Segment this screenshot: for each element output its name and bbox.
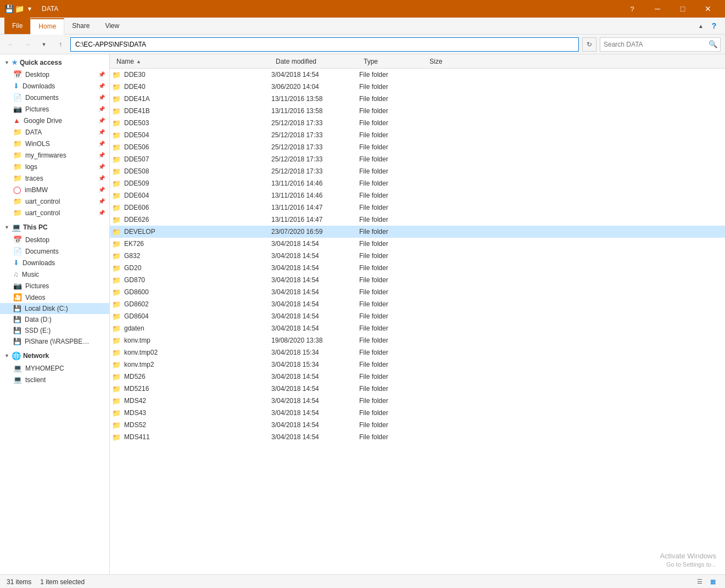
- table-row[interactable]: 📁 GD8602 3/04/2018 14:54 File folder: [110, 298, 725, 310]
- table-row[interactable]: 📁 DDE509 13/11/2016 14:46 File folder: [110, 177, 725, 189]
- col-type-label: Type: [364, 58, 378, 65]
- sidebar-item-tsclient[interactable]: 💻 tsclient: [0, 374, 109, 385]
- up-button[interactable]: ↑: [54, 38, 67, 51]
- file-name: DDE626: [124, 216, 149, 223]
- table-row[interactable]: 📁 konv.tmp 19/08/2020 13:38 File folder: [110, 334, 725, 346]
- sidebar-item-data-qa[interactable]: 📁 DATA 📌: [0, 126, 109, 138]
- table-row[interactable]: 📁 konv.tmp2 3/04/2018 15:34 File folder: [110, 359, 725, 371]
- file-name: DDE509: [124, 180, 149, 187]
- table-row[interactable]: 📁 G832 3/04/2018 14:54 File folder: [110, 250, 725, 262]
- close-button[interactable]: ✕: [695, 0, 721, 18]
- sidebar-item-logs-qa[interactable]: 📁 logs 📌: [0, 161, 109, 172]
- sidebar-item-downloads-pc[interactable]: ⬇ Downloads: [0, 257, 109, 268]
- table-row[interactable]: 📁 DDE503 25/12/2018 17:33 File folder: [110, 117, 725, 129]
- tab-file[interactable]: File: [4, 18, 30, 34]
- table-row[interactable]: 📁 MDS43 3/04/2018 14:54 File folder: [110, 407, 725, 419]
- sidebar-item-downloads-qa[interactable]: ⬇ Downloads 📌: [0, 80, 109, 92]
- file-list: 📁 DDE30 3/04/2018 14:54 File folder 📁 DD…: [110, 69, 725, 574]
- table-row[interactable]: 📁 DDE40 3/06/2020 14:04 File folder: [110, 81, 725, 93]
- table-row[interactable]: 📁 MDS42 3/04/2018 14:54 File folder: [110, 395, 725, 407]
- table-row[interactable]: 📁 DDE41A 13/11/2016 13:58 File folder: [110, 93, 725, 105]
- tab-view[interactable]: View: [97, 18, 127, 34]
- sidebar-section-network[interactable]: ▼ 🌐 Network: [0, 349, 109, 362]
- file-area: Name ▲ Date modified Type Size 📁 DDE30 3…: [110, 54, 725, 574]
- sidebar-item-winols-qa[interactable]: 📁 WinOLS 📌: [0, 138, 109, 149]
- tab-home[interactable]: Home: [30, 18, 64, 35]
- file-name: DDE508: [124, 167, 149, 175]
- table-row[interactable]: 📁 MD5216 3/04/2018 14:54 File folder: [110, 383, 725, 395]
- sidebar-item-datad[interactable]: 💾 Data (D:): [0, 314, 109, 325]
- sidebar-item-desktop-pc[interactable]: 📅 Desktop: [0, 234, 109, 245]
- back-button[interactable]: ←: [4, 38, 18, 51]
- sidebar-item-documents-qa[interactable]: 📄 Documents 📌: [0, 92, 109, 103]
- sidebar-item-localc[interactable]: 💾 Local Disk (C:): [0, 303, 109, 314]
- sidebar-item-traces-qa[interactable]: 📁 traces 📌: [0, 172, 109, 184]
- table-row[interactable]: 📁 DEVELOP 23/07/2020 16:59 File folder: [110, 226, 725, 238]
- quick-access-toolbar-icon1[interactable]: 💾: [4, 4, 13, 13]
- ribbon-collapse-button[interactable]: ▲: [694, 19, 707, 32]
- col-header-type[interactable]: Type: [359, 54, 425, 68]
- quick-access-toolbar-icon3[interactable]: ▼: [25, 4, 34, 13]
- sidebar-section-thispc[interactable]: ▼ 💻 This PC: [0, 221, 109, 234]
- file-type: File folder: [359, 300, 425, 308]
- search-button[interactable]: 🔍: [706, 37, 720, 52]
- sidebar-item-pishare[interactable]: 💾 PiShare (\\RASPBE…: [0, 336, 109, 347]
- sidebar-item-desktop-qa[interactable]: 📅 Desktop 📌: [0, 69, 109, 80]
- forward-button[interactable]: →: [21, 38, 34, 51]
- table-row[interactable]: 📁 DDE604 13/11/2016 14:46 File folder: [110, 189, 725, 201]
- minimize-button[interactable]: ─: [645, 0, 670, 18]
- sidebar-item-gdrive-qa[interactable]: ▲ Google Drive 📌: [0, 115, 109, 126]
- table-row[interactable]: 📁 GD8604 3/04/2018 14:54 File folder: [110, 310, 725, 322]
- sidebar-item-myhomepc[interactable]: 💻 MYHOMEPC: [0, 362, 109, 374]
- maximize-button[interactable]: □: [670, 0, 695, 18]
- col-header-date[interactable]: Date modified: [271, 54, 359, 68]
- table-row[interactable]: 📁 GD20 3/04/2018 14:54 File folder: [110, 262, 725, 274]
- col-header-size[interactable]: Size: [425, 54, 480, 68]
- table-row[interactable]: 📁 MDS411 3/04/2018 14:54 File folder: [110, 431, 725, 443]
- help-button[interactable]: ?: [620, 0, 645, 18]
- file-name: DDE40: [124, 83, 146, 91]
- table-row[interactable]: 📁 GD870 3/04/2018 14:54 File folder: [110, 274, 725, 286]
- table-row[interactable]: 📁 DDE606 13/11/2016 14:47 File folder: [110, 201, 725, 214]
- table-row[interactable]: 📁 DDE30 3/04/2018 14:54 File folder: [110, 69, 725, 81]
- folder-icon: 📁: [112, 107, 121, 115]
- file-date: 23/07/2020 16:59: [271, 228, 359, 236]
- sidebar-item-uart2-qa[interactable]: 📁 uart_control 📌: [0, 207, 109, 219]
- sidebar-item-documents-pc[interactable]: 📄 Documents: [0, 245, 109, 257]
- table-row[interactable]: 📁 MDS52 3/04/2018 14:54 File folder: [110, 419, 725, 431]
- table-row[interactable]: 📁 MD526 3/04/2018 14:54 File folder: [110, 371, 725, 383]
- sidebar-item-pictures-qa[interactable]: 📷 Pictures 📌: [0, 103, 109, 115]
- quick-access-toolbar-icon2[interactable]: 📁: [15, 4, 24, 13]
- sidebar-item-label: MYHOMEPC: [25, 365, 64, 372]
- table-row[interactable]: 📁 DDE507 25/12/2018 17:33 File folder: [110, 153, 725, 165]
- file-name: EK726: [124, 240, 144, 248]
- details-view-button[interactable]: ☰: [694, 576, 705, 587]
- tab-share[interactable]: Share: [64, 18, 97, 34]
- status-info: 31 items 1 item selected: [7, 578, 85, 586]
- sidebar-item-imbmw-qa[interactable]: ◯ imBMW 📌: [0, 184, 109, 195]
- large-icons-view-button[interactable]: ▦: [707, 576, 718, 587]
- refresh-button[interactable]: ↻: [582, 37, 596, 52]
- sidebar-item-music-pc[interactable]: ♫ Music: [0, 268, 109, 280]
- table-row[interactable]: 📁 GD8600 3/04/2018 14:54 File folder: [110, 286, 725, 298]
- table-row[interactable]: 📁 DDE626 13/11/2016 14:47 File folder: [110, 214, 725, 226]
- sidebar-item-myfirmwares-qa[interactable]: 📁 my_firmwares 📌: [0, 149, 109, 161]
- sidebar-item-pictures-pc[interactable]: 📷 Pictures: [0, 280, 109, 292]
- file-date: 3/04/2018 15:34: [271, 361, 359, 368]
- table-row[interactable]: 📁 DDE508 25/12/2018 17:33 File folder: [110, 165, 725, 177]
- help-ribbon-button[interactable]: ?: [707, 19, 721, 32]
- sidebar-item-videos-pc[interactable]: 🎦 Videos: [0, 292, 109, 303]
- table-row[interactable]: 📁 gdaten 3/04/2018 14:54 File folder: [110, 322, 725, 334]
- sidebar-section-quick-access[interactable]: ▼ ★ Quick access: [0, 57, 109, 69]
- sidebar-item-uart1-qa[interactable]: 📁 uart_control 📌: [0, 195, 109, 207]
- table-row[interactable]: 📁 DDE504 25/12/2018 17:33 File folder: [110, 129, 725, 141]
- search-input[interactable]: [600, 41, 706, 48]
- recent-locations-button[interactable]: ▼: [37, 38, 51, 51]
- table-row[interactable]: 📁 konv.tmp02 3/04/2018 15:34 File folder: [110, 346, 725, 359]
- table-row[interactable]: 📁 EK726 3/04/2018 14:54 File folder: [110, 238, 725, 250]
- table-row[interactable]: 📁 DDE506 25/12/2018 17:33 File folder: [110, 141, 725, 153]
- address-input[interactable]: [70, 37, 579, 52]
- table-row[interactable]: 📁 DDE41B 13/11/2016 13:58 File folder: [110, 105, 725, 117]
- sidebar-item-ssde[interactable]: 💾 SSD (E:): [0, 325, 109, 336]
- col-header-name[interactable]: Name ▲: [112, 54, 271, 68]
